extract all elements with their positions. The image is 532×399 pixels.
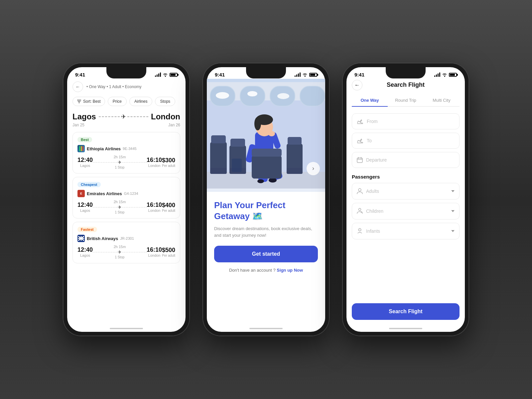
to-placeholder: To xyxy=(367,138,372,143)
infants-placeholder: Infants xyxy=(366,228,380,234)
dep-time-2: 12:40 xyxy=(77,201,93,208)
price-2: $400 xyxy=(162,202,175,209)
svg-point-16 xyxy=(216,92,229,99)
search-flight-button[interactable]: Search Flight xyxy=(352,303,460,320)
battery-icon-2 xyxy=(309,73,317,77)
airline-name-3: British Airways xyxy=(87,236,118,241)
svg-point-51 xyxy=(359,208,361,211)
price-1: $300 xyxy=(162,157,175,164)
arr-time-2: 16:10 xyxy=(147,201,162,208)
airlines-filter-button[interactable]: Airlines xyxy=(129,97,152,106)
time-1: 9:41 xyxy=(75,72,85,77)
svg-rect-29 xyxy=(232,159,242,172)
times-row-3: 12:40 Lagos 2h 15m ✈ 1 Stop xyxy=(77,245,175,259)
svg-rect-21 xyxy=(211,135,226,143)
search-back-button[interactable]: ← xyxy=(352,80,362,90)
flight-card-fastest[interactable]: Fastest British Airways xyxy=(72,222,180,263)
airline-name-1: Ethiopia Airlines xyxy=(87,146,121,151)
time-3: 9:41 xyxy=(354,72,364,77)
flight-code-2: G4-1234 xyxy=(124,192,138,196)
svg-point-32 xyxy=(269,178,277,183)
phone2-text: Plan Your Perfect Getaway 🗺️ Discover dr… xyxy=(207,192,325,325)
dep-city-3: Lagos xyxy=(77,253,93,257)
tab-round-trip[interactable]: Round Trip xyxy=(388,94,424,107)
svg-rect-41 xyxy=(252,155,282,179)
price-filter-button[interactable]: Price xyxy=(108,97,127,106)
dep-city-1: Lagos xyxy=(77,164,93,168)
stops-filter-button[interactable]: Stops xyxy=(155,97,175,106)
flight-line: ✈ xyxy=(96,113,151,120)
price-3: $500 xyxy=(162,247,175,254)
svg-point-17 xyxy=(247,91,257,96)
get-started-button[interactable]: Get started xyxy=(214,246,318,262)
duration-block-1: 2h 15m ✈ 1 Stop xyxy=(93,155,147,169)
dep-city-2: Lagos xyxy=(77,208,93,212)
price-label-2: Per adult xyxy=(162,209,175,212)
description: Discover dream destinations, book exclus… xyxy=(214,225,318,238)
cabin-illustration: › xyxy=(207,79,325,192)
airline-row-1: Ethiopia Airlines 9E-3445 xyxy=(77,145,175,152)
fp-plane-2: ✈ xyxy=(118,204,122,210)
svg-rect-24 xyxy=(230,139,245,147)
flight-code-3: JR-2301 xyxy=(120,236,134,240)
stop-text-1: 1 Stop xyxy=(115,166,125,169)
svg-rect-26 xyxy=(287,144,303,172)
status-icons-2 xyxy=(295,72,317,77)
svg-point-54 xyxy=(359,229,360,230)
price-label-1: Per adult xyxy=(162,164,175,168)
badge-best: Best xyxy=(77,137,92,142)
children-placeholder: Children xyxy=(366,208,383,214)
tab-multi-city[interactable]: Multi City xyxy=(424,94,460,107)
svg-point-39 xyxy=(254,117,261,130)
city-from: Lagos xyxy=(72,112,96,121)
flight-card-best[interactable]: Best Ethiopia Airlines 9E-3445 xyxy=(72,132,180,174)
fp-plane-3: ✈ xyxy=(118,249,122,255)
phones-container: 9:41 xyxy=(63,63,469,336)
phone-2: 9:41 xyxy=(203,63,329,336)
svg-point-50 xyxy=(358,189,361,191)
signup-text: Don't have an account ? xyxy=(229,268,276,273)
signup-row: Don't have an account ? Sign up Now xyxy=(214,268,318,273)
adults-dropdown[interactable]: Adults xyxy=(352,183,460,200)
ethiopia-logo xyxy=(77,145,85,152)
back-button-1[interactable]: ← xyxy=(72,81,83,92)
from-field[interactable]: From xyxy=(352,113,460,129)
sort-label: Sort: Best xyxy=(83,99,101,104)
sort-button[interactable]: Sort: Best xyxy=(72,97,105,106)
child-icon xyxy=(357,208,363,214)
from-icon xyxy=(357,118,363,124)
departure-field[interactable]: Departure xyxy=(352,152,460,168)
back-header-1: ← • One Way • 1 Adult • Economy xyxy=(72,81,180,92)
to-field[interactable]: To xyxy=(352,133,460,149)
phone1-content: ← • One Way • 1 Adult • Economy Sort: Be… xyxy=(67,79,186,325)
signup-link[interactable]: Sign up Now xyxy=(277,268,303,273)
duration-text-1: 2h 15m xyxy=(114,155,126,159)
city-to: London xyxy=(151,112,180,121)
dates-row: Jan 25 Jan 26 xyxy=(72,123,180,127)
stop-text-3: 1 Stop xyxy=(115,255,125,259)
phone-3: 9:41 xyxy=(342,63,469,336)
tab-one-way[interactable]: One Way xyxy=(352,94,388,107)
children-dropdown[interactable]: Children xyxy=(352,203,460,219)
search-header: ← Search Flight xyxy=(352,81,460,88)
flight-card-cheapest[interactable]: Cheapest E Emirates Airlines G4-1234 12:… xyxy=(72,177,180,218)
hero-image: › xyxy=(207,79,325,192)
infants-chevron-icon xyxy=(451,230,455,232)
adults-chevron-icon xyxy=(451,190,455,192)
svg-rect-20 xyxy=(210,142,227,172)
phone3-content: ← Search Flight One Way Round Trip Multi… xyxy=(346,79,465,325)
svg-point-18 xyxy=(277,93,289,99)
adults-dropdown-left: Adults xyxy=(357,188,379,195)
infants-dropdown[interactable]: Infants xyxy=(352,223,460,239)
status-icons-1 xyxy=(155,72,178,77)
wifi-icon-1 xyxy=(163,73,168,77)
fp-plane-1: ✈ xyxy=(118,160,122,165)
infant-icon xyxy=(357,228,363,234)
wifi-icon-2 xyxy=(302,73,308,77)
search-back-arrow-icon: ← xyxy=(354,82,360,88)
infants-dropdown-left: Infants xyxy=(357,228,380,234)
svg-rect-28 xyxy=(287,168,303,174)
battery-icon-1 xyxy=(170,73,178,77)
airline-name-2: Emirates Airlines xyxy=(87,191,122,196)
times-row-2: 12:40 Lagos 2h 15m ✈ 1 Stop xyxy=(77,200,175,214)
